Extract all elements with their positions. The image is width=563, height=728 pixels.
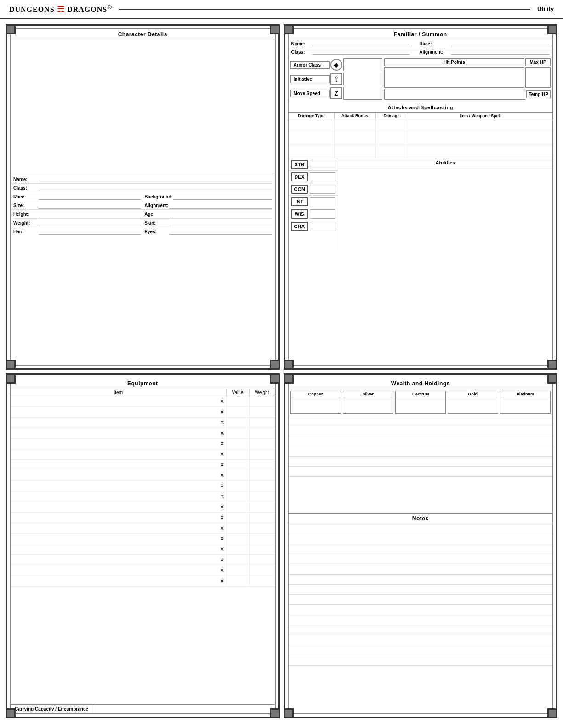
age-value[interactable] bbox=[170, 211, 272, 217]
height-value[interactable] bbox=[39, 211, 141, 217]
wealth-line-3[interactable] bbox=[289, 436, 553, 446]
atk3-bonus[interactable] bbox=[335, 145, 376, 158]
temp-hp-value[interactable] bbox=[384, 89, 526, 100]
size-value[interactable] bbox=[39, 202, 141, 209]
eq-wt-16[interactable] bbox=[250, 555, 275, 565]
str-value[interactable] bbox=[310, 160, 335, 169]
atk2-type[interactable] bbox=[289, 132, 335, 145]
bg-value[interactable] bbox=[173, 193, 272, 200]
note-line-10[interactable] bbox=[289, 615, 553, 625]
carrying-value[interactable] bbox=[92, 705, 274, 713]
char-name-value[interactable] bbox=[39, 176, 272, 182]
wealth-line-5[interactable] bbox=[289, 457, 553, 467]
familiar-race-value[interactable] bbox=[451, 41, 550, 46]
eq-wt-13[interactable] bbox=[250, 523, 275, 533]
eyes-value[interactable] bbox=[170, 228, 272, 235]
atk1-dmg[interactable] bbox=[376, 119, 408, 132]
eq-val-13[interactable] bbox=[227, 523, 250, 533]
eq-val-17[interactable] bbox=[227, 565, 250, 576]
wealth-line-2[interactable] bbox=[289, 426, 553, 436]
note-line-5[interactable] bbox=[289, 564, 553, 575]
eq-val-14[interactable] bbox=[227, 534, 250, 544]
eq-val-9[interactable] bbox=[227, 481, 250, 491]
wealth-line-6[interactable] bbox=[289, 467, 553, 477]
eq-val-11[interactable] bbox=[227, 502, 250, 512]
familiar-align-value[interactable] bbox=[451, 50, 550, 55]
eq-val-18[interactable] bbox=[227, 576, 250, 586]
con-value[interactable] bbox=[310, 185, 335, 194]
eq-wt-2[interactable] bbox=[250, 407, 275, 417]
gold-value[interactable] bbox=[448, 397, 498, 413]
eq-val-15[interactable] bbox=[227, 544, 250, 554]
note-line-3[interactable] bbox=[289, 544, 553, 554]
eq-val-4[interactable] bbox=[227, 428, 250, 438]
eq-val-7[interactable] bbox=[227, 460, 250, 470]
eq-val-3[interactable] bbox=[227, 418, 250, 428]
note-line-4[interactable] bbox=[289, 554, 553, 564]
eq-wt-8[interactable] bbox=[250, 470, 275, 480]
eq-wt-7[interactable] bbox=[250, 460, 275, 470]
atk1-type[interactable] bbox=[289, 119, 335, 132]
eq-val-10[interactable] bbox=[227, 491, 250, 502]
hp-value[interactable] bbox=[384, 67, 525, 88]
note-line-2[interactable] bbox=[289, 534, 553, 544]
familiar-name-value[interactable] bbox=[312, 41, 410, 46]
eq-wt-14[interactable] bbox=[250, 534, 275, 544]
eq-wt-18[interactable] bbox=[250, 576, 275, 586]
max-hp-value[interactable] bbox=[525, 67, 551, 88]
eq-wt-11[interactable] bbox=[250, 502, 275, 512]
note-line-6[interactable] bbox=[289, 575, 553, 585]
eq-wt-10[interactable] bbox=[250, 491, 275, 502]
atk1-bonus[interactable] bbox=[335, 119, 376, 132]
atk3-dmg[interactable] bbox=[376, 145, 408, 158]
weight-value[interactable] bbox=[39, 220, 141, 226]
familiar-class-value[interactable] bbox=[312, 50, 410, 55]
electrum-value[interactable] bbox=[396, 397, 445, 413]
eq-wt-15[interactable] bbox=[250, 544, 275, 554]
race-value[interactable] bbox=[39, 193, 141, 200]
dex-value[interactable] bbox=[310, 172, 335, 181]
atk1-item[interactable] bbox=[408, 119, 553, 132]
note-line-9[interactable] bbox=[289, 605, 553, 615]
atk2-bonus[interactable] bbox=[335, 132, 376, 145]
eq-wt-17[interactable] bbox=[250, 565, 275, 576]
char-class-value[interactable] bbox=[39, 185, 272, 191]
abilities-notes-area[interactable] bbox=[338, 167, 552, 250]
eq-wt-1[interactable] bbox=[250, 396, 275, 406]
note-line-8[interactable] bbox=[289, 595, 553, 605]
eq-val-5[interactable] bbox=[227, 439, 250, 449]
atk3-type[interactable] bbox=[289, 145, 335, 158]
int-value[interactable] bbox=[310, 197, 335, 206]
eq-val-1[interactable] bbox=[227, 396, 250, 406]
eq-val-8[interactable] bbox=[227, 470, 250, 480]
eq-wt-3[interactable] bbox=[250, 418, 275, 428]
eq-wt-5[interactable] bbox=[250, 439, 275, 449]
ac-value[interactable] bbox=[343, 58, 382, 71]
copper-value[interactable] bbox=[291, 397, 341, 413]
initiative-value[interactable] bbox=[343, 73, 382, 85]
note-line-7[interactable] bbox=[289, 585, 553, 595]
eq-val-2[interactable] bbox=[227, 407, 250, 417]
note-line-13[interactable] bbox=[289, 645, 553, 655]
eq-val-16[interactable] bbox=[227, 555, 250, 565]
atk3-item[interactable] bbox=[408, 145, 553, 158]
cha-value[interactable] bbox=[310, 222, 335, 231]
eq-val-12[interactable] bbox=[227, 513, 250, 523]
eq-wt-9[interactable] bbox=[250, 481, 275, 491]
hair-value[interactable] bbox=[39, 228, 141, 235]
wis-value[interactable] bbox=[310, 209, 335, 219]
wealth-line-1[interactable] bbox=[289, 416, 553, 426]
note-line-14[interactable] bbox=[289, 655, 553, 666]
note-line-1[interactable] bbox=[289, 524, 553, 534]
eq-val-6[interactable] bbox=[227, 449, 250, 459]
eq-wt-4[interactable] bbox=[250, 428, 275, 438]
note-line-11[interactable] bbox=[289, 625, 553, 635]
platinum-value[interactable] bbox=[500, 397, 550, 413]
eq-wt-6[interactable] bbox=[250, 449, 275, 459]
note-line-12[interactable] bbox=[289, 635, 553, 645]
char-portrait-area[interactable] bbox=[11, 40, 275, 173]
skin-value[interactable] bbox=[170, 220, 272, 226]
eq-wt-12[interactable] bbox=[250, 513, 275, 523]
atk2-item[interactable] bbox=[408, 132, 553, 145]
speed-value[interactable] bbox=[343, 87, 382, 100]
